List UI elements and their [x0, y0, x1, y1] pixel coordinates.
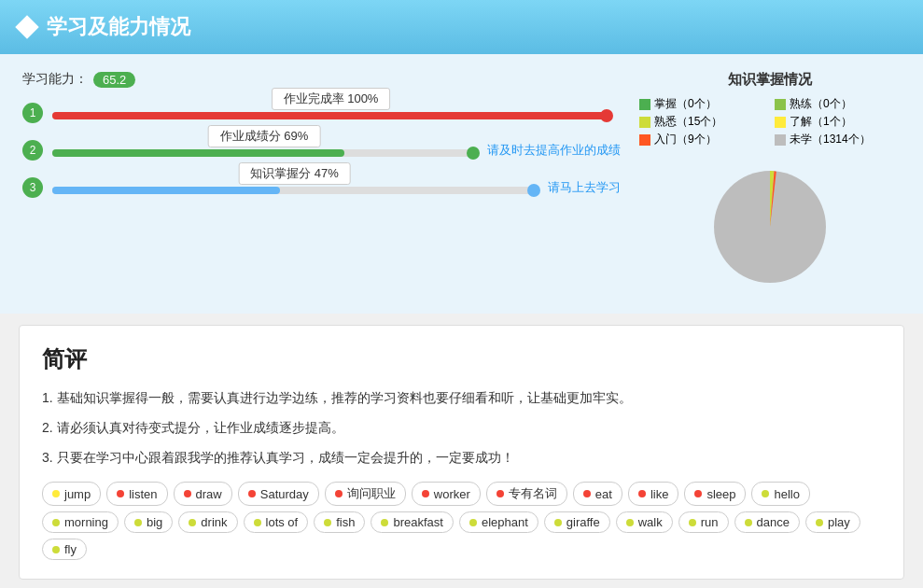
tag-dot [117, 490, 124, 497]
tag[interactable]: 专有名词 [486, 482, 567, 506]
main-top: 学习能力： 65.2 1 作业完成率 100% 2 [0, 54, 923, 314]
tag-label: like [650, 487, 669, 501]
progress-track-3 [52, 187, 537, 194]
tag[interactable]: lots of [244, 511, 309, 533]
tag[interactable]: fly [42, 539, 87, 560]
tag[interactable]: morning [42, 511, 119, 533]
tag[interactable]: big [124, 511, 173, 533]
progress-fill-3 [52, 187, 280, 194]
tag[interactable]: drink [178, 511, 237, 533]
tag-label: fish [336, 515, 355, 529]
tag-label: big [147, 515, 162, 529]
legend-label: 熟练（0个） [790, 96, 852, 112]
tag-label: run [701, 515, 719, 529]
right-panel: 知识掌握情况 掌握（0个）熟练（0个）熟悉（15个）了解（1个）入门（9个）未学… [639, 71, 901, 297]
pie-container [639, 157, 901, 297]
tag-dot [689, 519, 696, 526]
tag-label: Saturday [260, 487, 309, 501]
legend-label: 掌握（0个） [654, 96, 717, 112]
progress-dot-2 [467, 147, 480, 160]
tag[interactable]: hello [751, 482, 809, 506]
tag-label: lots of [266, 515, 299, 529]
tag[interactable]: jump [42, 482, 101, 506]
tag[interactable]: dance [734, 511, 800, 533]
tag-dot [762, 490, 769, 497]
progress-container-2: 作业成绩分 69% [52, 144, 476, 157]
tag-dot [335, 490, 343, 497]
card-title: 简评 [42, 344, 881, 374]
tag-dot [52, 546, 60, 553]
tag[interactable]: walk [616, 511, 673, 533]
tag-label: 询问职业 [347, 485, 396, 502]
tag[interactable]: eat [573, 482, 622, 506]
tag-label: 专有名词 [509, 485, 557, 502]
tag[interactable]: listen [106, 482, 167, 506]
tag[interactable]: Saturday [238, 482, 319, 506]
tag[interactable]: fish [314, 511, 365, 533]
tag-label: eat [595, 487, 612, 501]
tag-label: elephant [482, 515, 528, 529]
tag[interactable]: giraffe [544, 511, 610, 533]
tag[interactable]: play [805, 511, 860, 533]
legend-item: 熟悉（15个） [639, 114, 765, 130]
tags-container: jumplistendrawSaturday询问职业worker专有名词eatl… [42, 482, 881, 560]
card-text-3: 3. 只要在学习中心跟着跟我学的推荐认真学习，成绩一定会提升的，一定要成功！ [42, 447, 881, 469]
progress-label-3: 知识掌握分 47% [238, 162, 351, 185]
tag-dot [554, 519, 562, 526]
legend-item: 熟练（0个） [775, 96, 901, 112]
tag[interactable]: 询问职业 [325, 482, 406, 506]
legend-dot [639, 117, 650, 128]
legend-dot [639, 99, 650, 110]
tag-dot [134, 519, 142, 526]
legend-dot [775, 99, 786, 110]
tag-dot [52, 490, 60, 497]
progress-fill-1 [52, 112, 609, 119]
progress-link-2[interactable]: 请及时去提高作业的成绩 [487, 142, 621, 159]
knowledge-title: 知识掌握情况 [639, 71, 901, 89]
pie-chart [700, 157, 840, 297]
progress-container-3: 知识掌握分 47% [52, 181, 537, 194]
tag[interactable]: like [628, 482, 679, 506]
card-text-1: 1. 基础知识掌握得一般，需要认真进行边学边练，推荐的学习资料也要仔细看和听，让… [42, 387, 881, 410]
tag[interactable]: draw [174, 482, 232, 506]
progress-dot-1 [600, 109, 613, 122]
tag-dot [626, 519, 634, 526]
tag-label: dance [757, 515, 790, 529]
tag-dot [469, 519, 477, 526]
bottom-card: 简评 1. 基础知识掌握得一般，需要认真进行边学边练，推荐的学习资料也要仔细看和… [19, 325, 904, 580]
tag-label: draw [196, 487, 222, 501]
legend-label: 入门（9个） [654, 132, 717, 147]
progress-row-3: 3 知识掌握分 47% 请马上去学习 [22, 177, 621, 198]
tag-dot [381, 519, 388, 526]
tag-dot [422, 490, 429, 497]
tag[interactable]: breakfast [371, 511, 453, 533]
progress-track-2 [52, 149, 476, 157]
tag[interactable]: sleep [684, 482, 746, 506]
circle-1: 1 [22, 103, 43, 123]
tag-label: sleep [706, 487, 735, 501]
tag-label: play [828, 515, 850, 529]
left-panel: 学习能力： 65.2 1 作业完成率 100% 2 [22, 71, 621, 297]
legend-item: 掌握（0个） [639, 96, 765, 112]
tag-label: listen [129, 487, 157, 501]
legend-label: 熟悉（15个） [654, 114, 722, 130]
progress-label-1: 作业完成率 100% [272, 88, 391, 110]
tag[interactable]: worker [412, 482, 481, 506]
legend-item: 未学（1314个） [775, 132, 901, 147]
tag-dot [184, 490, 191, 497]
tag-label: jump [64, 487, 91, 501]
card-text-2: 2. 请必须认真对待变式提分，让作业成绩逐步提高。 [42, 417, 881, 440]
ability-row: 学习能力： 65.2 [22, 71, 621, 88]
legend-dot [639, 134, 650, 146]
tag[interactable]: run [678, 511, 729, 533]
tag-dot [324, 519, 331, 526]
progress-row-2: 2 作业成绩分 69% 请及时去提高作业的成绩 [22, 140, 621, 161]
legend-item: 入门（9个） [639, 132, 765, 147]
progress-link-3[interactable]: 请马上去学习 [548, 179, 621, 196]
tag-label: walk [638, 515, 663, 529]
legend-label: 了解（1个） [790, 114, 852, 130]
tag[interactable]: elephant [459, 511, 538, 533]
tag-label: worker [434, 487, 470, 501]
header-title: 学习及能力情况 [47, 13, 190, 41]
tag-dot [496, 490, 504, 497]
